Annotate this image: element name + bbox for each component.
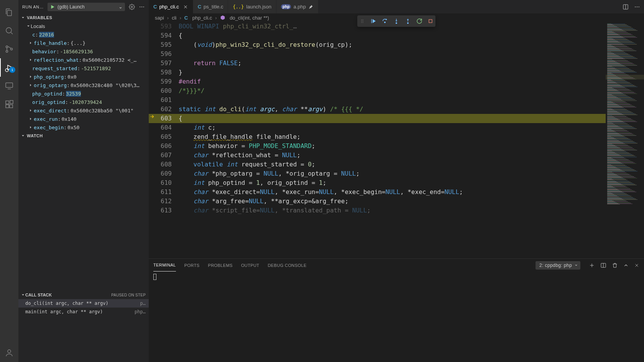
new-terminal-icon[interactable] [589, 262, 595, 268]
code-line[interactable]: 606 int behavior = PHP_MODE_STANDARD; [149, 142, 606, 151]
code-line[interactable]: 596 [149, 49, 606, 59]
minimap[interactable] [606, 22, 644, 258]
drag-handle-icon[interactable] [360, 18, 365, 24]
activity-extensions-icon[interactable] [0, 95, 18, 114]
code-line[interactable]: 600/*}}}*/ [149, 86, 606, 95]
callstack-frame[interactable]: do_cli(int argc, char ** argv)p… [18, 299, 149, 308]
code-line[interactable]: 599#endif [149, 77, 606, 86]
code-line[interactable]: 594{ [149, 31, 606, 40]
stop-button[interactable] [428, 18, 433, 24]
activity-explorer-icon[interactable] [0, 3, 18, 21]
code-line[interactable]: 598} [149, 68, 606, 77]
close-tab-icon[interactable] [183, 4, 188, 10]
variables-section-header[interactable]: VARIABLES [18, 13, 149, 22]
debug-config-dropdown[interactable]: (gdb) Launch ⌄ [48, 3, 125, 11]
svg-point-26 [384, 22, 386, 23]
watch-section-header[interactable]: WATCH [18, 132, 149, 140]
panel-tab-debug-console[interactable]: DEBUG CONSOLE [268, 259, 307, 272]
continue-button[interactable] [370, 18, 376, 24]
editor-tab[interactable]: phpa.php [276, 0, 319, 13]
watch-label: WATCH [27, 133, 43, 138]
more-icon[interactable] [634, 4, 640, 10]
svg-point-1 [6, 46, 8, 48]
panel-tab-problems[interactable]: PROBLEMS [208, 259, 233, 272]
panel-tab-output[interactable]: OUTPUT [241, 259, 260, 272]
terminal-picker[interactable]: 2: cppdbg: php [536, 261, 580, 270]
code-line[interactable]: 595 (void)php_win32_cp_cli_do_restore(or… [149, 40, 606, 49]
panel-tab-ports[interactable]: PORTS [184, 259, 200, 272]
breadcrumb-item[interactable]: do_cli(int, char **) [220, 15, 269, 21]
code-line[interactable]: 607 char *reflection_what = NULL; [149, 151, 606, 160]
editor-tab[interactable]: {..}launch.json [228, 0, 276, 13]
breadcrumb-item[interactable]: cli [172, 15, 176, 21]
code-line[interactable]: 613 char *script_file=NULL, *translated_… [149, 206, 606, 215]
variable-row[interactable]: orig_optarg: 0x5600c328c480 "\020\3… [18, 81, 149, 89]
editor-tab[interactable]: Cphp_cli.c [149, 0, 193, 13]
restart-button[interactable] [416, 18, 422, 24]
variable-row[interactable]: reflection_what: 0x5600c2105732 <_… [18, 56, 149, 64]
variables-label: VARIABLES [27, 15, 52, 20]
activity-remote-icon[interactable] [0, 77, 18, 95]
code-line[interactable]: 612 char *arg_free=NULL, **arg_excp=&arg… [149, 197, 606, 206]
variable-row[interactable]: exec_run: 0x140 [18, 115, 149, 123]
code-line[interactable]: 602static int do_cli(int argc, char **ar… [149, 105, 606, 114]
code-line[interactable]: 605 zend_file_handle file_handle; [149, 132, 606, 142]
pin-icon[interactable] [308, 4, 314, 10]
code-line[interactable]: 610 int php_optind = 1, orig_optind = 1; [149, 178, 606, 188]
variable-row[interactable]: exec_begin: 0x50 [18, 123, 149, 132]
panel-tab-terminal[interactable]: TERMINAL [153, 259, 176, 272]
breadcrumb-item[interactable]: sapi [155, 15, 164, 21]
kill-terminal-icon[interactable] [612, 262, 618, 268]
svg-point-23 [361, 22, 362, 23]
chevron-right-icon [28, 117, 34, 121]
activity-account-icon[interactable] [0, 344, 18, 362]
code-line[interactable]: 609 char *php_optarg = NULL, *orig_optar… [149, 169, 606, 178]
svg-point-11 [131, 6, 133, 8]
code-line[interactable]: 603{ [149, 114, 606, 123]
chevron-right-icon [28, 108, 34, 113]
locals-scope[interactable]: Locals [18, 22, 149, 30]
split-terminal-icon[interactable] [600, 262, 606, 268]
code-line[interactable]: 601 [149, 95, 606, 105]
close-panel-icon[interactable] [634, 263, 639, 268]
svg-point-27 [396, 23, 397, 24]
breadcrumb-item[interactable]: C php_cli.c [184, 15, 212, 21]
svg-point-4 [5, 69, 8, 72]
gear-icon[interactable] [129, 4, 135, 10]
debug-badge: 1 [9, 67, 15, 73]
maximize-panel-icon[interactable] [623, 263, 629, 268]
variable-row[interactable]: request_started: -521571892 [18, 64, 149, 72]
step-out-button[interactable] [405, 18, 411, 24]
sidebar-title: RUN AN… [22, 5, 44, 9]
activity-scm-icon[interactable] [0, 40, 18, 58]
variable-row[interactable]: file_handle: {...} [18, 39, 149, 47]
variable-row[interactable]: orig_optind: -1020739424 [18, 98, 149, 106]
svg-rect-6 [6, 101, 9, 104]
activity-debug-icon[interactable]: 1 [0, 58, 18, 77]
start-debug-icon[interactable] [50, 4, 55, 10]
terminal-cursor [153, 274, 156, 280]
step-over-button[interactable] [382, 18, 388, 24]
code-line[interactable]: 597 return FALSE; [149, 59, 606, 68]
debug-toolbar[interactable] [357, 15, 435, 27]
callstack-frame[interactable]: main(int argc, char ** argv)php… [18, 308, 149, 316]
callstack-section-header[interactable]: CALL STACK PAUSED ON STEP [18, 291, 149, 299]
code-line[interactable]: 604 int c; [149, 123, 606, 132]
variable-row[interactable]: c: 22016 [18, 30, 149, 39]
variable-row[interactable]: php_optind: 32539 [18, 89, 149, 98]
chevron-down-icon [21, 15, 25, 20]
variable-row[interactable]: exec_direct: 0x5600c328ba50 "\001" [18, 106, 149, 115]
code-line[interactable]: 611 char *exec_direct=NULL, *exec_run=NU… [149, 188, 606, 197]
split-editor-icon[interactable] [623, 4, 629, 10]
variable-row[interactable]: behavior: -1856629136 [18, 47, 149, 56]
locals-label: Locals [31, 23, 45, 29]
c-file-icon: C [153, 4, 157, 10]
more-icon[interactable] [139, 4, 145, 10]
activity-search-icon[interactable] [0, 21, 18, 40]
terminal-body[interactable] [149, 272, 644, 362]
variable-row[interactable]: php_optarg: 0x0 [18, 72, 149, 81]
svg-rect-9 [10, 100, 13, 104]
code-line[interactable]: 608 volatile int request_started = 0; [149, 160, 606, 169]
editor-tab[interactable]: Cps_title.c [193, 0, 228, 13]
step-into-button[interactable] [393, 18, 399, 24]
